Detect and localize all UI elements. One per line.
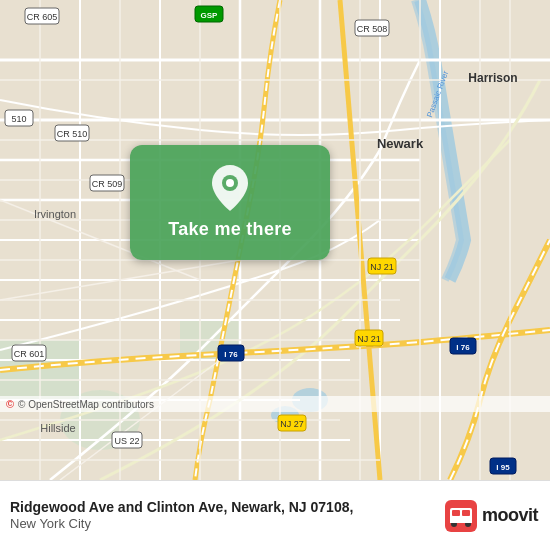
svg-text:NJ 21: NJ 21 xyxy=(357,334,381,344)
svg-text:Hillside: Hillside xyxy=(40,422,75,434)
attribution-text: © OpenStreetMap contributors xyxy=(18,399,154,410)
svg-text:NJ 21: NJ 21 xyxy=(370,262,394,272)
svg-text:Harrison: Harrison xyxy=(468,71,517,85)
attribution-bar: © © OpenStreetMap contributors xyxy=(0,396,550,412)
svg-text:I 95: I 95 xyxy=(496,463,510,472)
take-me-there-button[interactable]: Take me there xyxy=(130,145,330,260)
moovit-text: moovit xyxy=(482,505,538,526)
svg-rect-78 xyxy=(462,510,470,516)
bottom-bar: Ridgewood Ave and Clinton Ave, Newark, N… xyxy=(0,480,550,550)
svg-text:I 76: I 76 xyxy=(456,343,470,352)
osm-logo: © xyxy=(6,398,14,410)
svg-text:Newark: Newark xyxy=(377,136,424,151)
svg-text:Irvington: Irvington xyxy=(34,208,76,220)
location-pin-icon xyxy=(212,165,248,211)
address-block: Ridgewood Ave and Clinton Ave, Newark, N… xyxy=(10,498,445,533)
svg-rect-77 xyxy=(452,510,460,516)
address-line1: Ridgewood Ave and Clinton Ave, Newark, N… xyxy=(10,498,435,516)
map-container: CR 605 GSP CR 508 510 CR 510 CR 509 NJ 2… xyxy=(0,0,550,480)
svg-text:510: 510 xyxy=(11,114,26,124)
svg-text:CR 605: CR 605 xyxy=(27,12,58,22)
svg-text:NJ 27: NJ 27 xyxy=(280,419,304,429)
svg-point-74 xyxy=(226,179,234,187)
svg-text:CR 601: CR 601 xyxy=(14,349,45,359)
take-me-there-label: Take me there xyxy=(168,219,292,240)
svg-text:I 76: I 76 xyxy=(224,350,238,359)
svg-text:CR 508: CR 508 xyxy=(357,24,388,34)
svg-text:US 22: US 22 xyxy=(114,436,139,446)
svg-text:CR 510: CR 510 xyxy=(57,129,88,139)
svg-text:CR 509: CR 509 xyxy=(92,179,123,189)
address-line2: New York City xyxy=(10,516,435,533)
svg-rect-81 xyxy=(450,520,472,523)
svg-text:GSP: GSP xyxy=(201,11,219,20)
moovit-logo: moovit xyxy=(445,500,538,532)
moovit-bus-icon xyxy=(445,500,477,532)
